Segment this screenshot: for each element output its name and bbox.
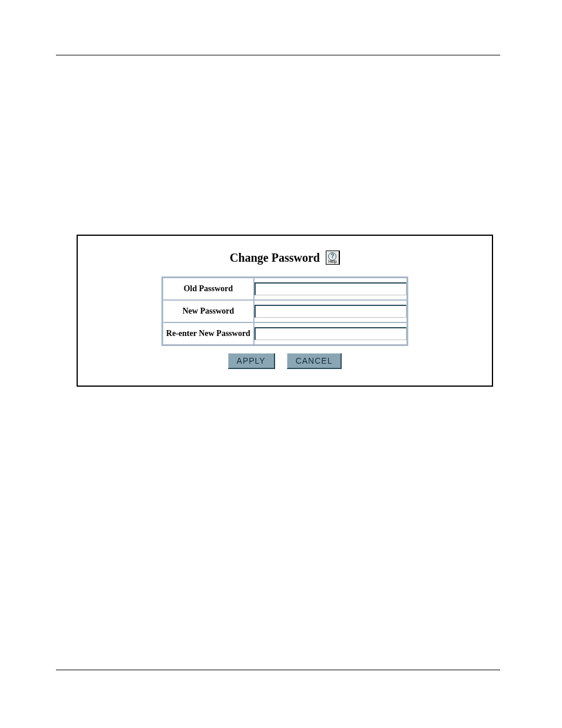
cancel-button[interactable]: CANCEL <box>287 353 342 369</box>
new-password-label: New Password <box>163 300 254 322</box>
page-top-rule <box>56 55 500 55</box>
page-bottom-rule <box>56 670 500 670</box>
old-password-input[interactable] <box>254 282 406 295</box>
new-password-row: New Password <box>163 300 407 322</box>
new-password-input[interactable] <box>254 305 406 318</box>
reenter-password-input[interactable] <box>254 327 406 340</box>
old-password-label: Old Password <box>163 278 254 300</box>
help-button[interactable]: ? Help <box>326 251 340 265</box>
change-password-dialog: Change Password ? Help Old Password New … <box>77 235 493 387</box>
help-icon-label: Help <box>328 259 336 263</box>
reenter-password-row: Re-enter New Password <box>163 322 407 345</box>
dialog-header: Change Password ? Help <box>78 236 492 276</box>
apply-button[interactable]: APPLY <box>228 353 275 369</box>
old-password-row: Old Password <box>163 278 407 300</box>
reenter-password-label: Re-enter New Password <box>163 322 254 345</box>
button-row: APPLY CANCEL <box>78 353 492 369</box>
password-form-table: Old Password New Password Re-enter New P… <box>161 276 408 346</box>
dialog-title: Change Password <box>230 251 320 265</box>
